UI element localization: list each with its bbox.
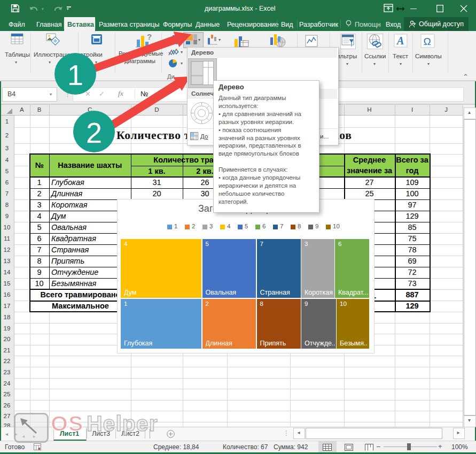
svg-text:2: 2 [86,117,102,149]
svg-text:1: 1 [67,59,83,91]
